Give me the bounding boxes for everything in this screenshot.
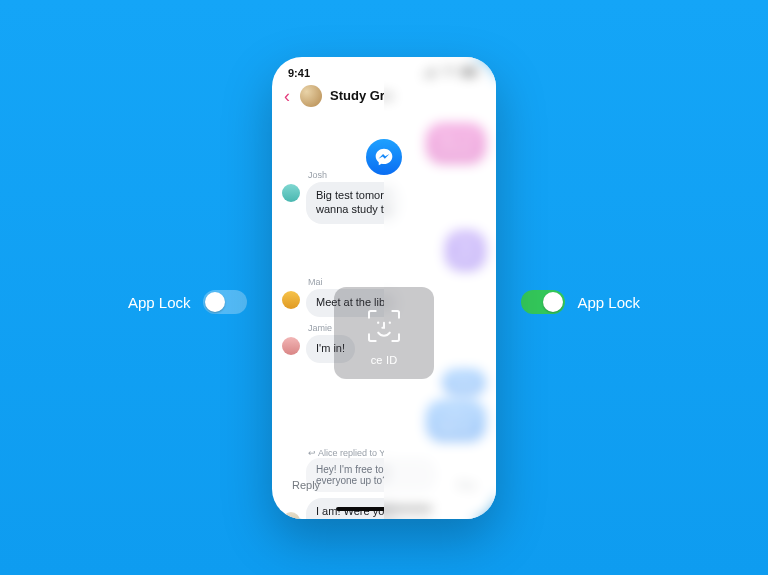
svg-point-9	[389, 321, 391, 323]
face-id-label: ce ID	[371, 354, 398, 366]
sender-avatar[interactable]	[282, 184, 300, 202]
sender-avatar[interactable]	[282, 512, 300, 519]
sender-avatar[interactable]	[282, 337, 300, 355]
sender-avatar[interactable]	[282, 291, 300, 309]
app-lock-toggle-off[interactable]	[203, 290, 247, 314]
chat-avatar[interactable]	[300, 85, 322, 107]
face-id-prompt: ce ID	[334, 287, 434, 379]
face-id-icon	[364, 306, 404, 348]
app-lock-right-label: App Lock	[577, 294, 640, 311]
app-lock-left-group: App Lock	[128, 290, 247, 314]
app-lock-toggle-on[interactable]	[521, 290, 565, 314]
svg-point-8	[377, 321, 379, 323]
status-time: 9:41	[288, 67, 310, 79]
app-lock-right-group: App Lock	[521, 290, 640, 314]
phone-mockup: 9:41 ‹ Study Gro Hey! I'm	[272, 57, 496, 519]
composer-reply[interactable]: Reply	[292, 479, 320, 491]
messenger-app-icon	[366, 139, 402, 175]
back-icon[interactable]: ‹	[284, 85, 292, 107]
app-lock-left-label: App Lock	[128, 294, 191, 311]
